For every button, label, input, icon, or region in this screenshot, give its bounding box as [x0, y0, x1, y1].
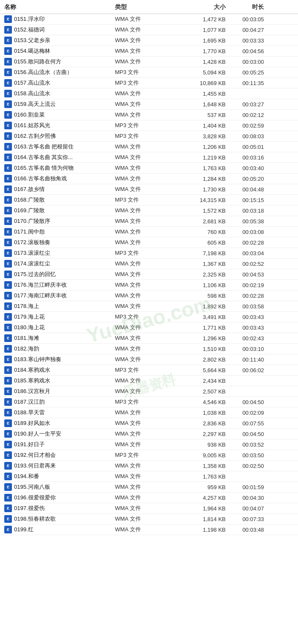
table-row[interactable]: E 0157.高山流水 MP3 文件 10,869 KB 00:11:35 [0, 78, 298, 88]
file-name: 0188.旱天雷 [14, 409, 45, 416]
table-row[interactable]: E 0193.何日君再来 WMA 文件 1,358 KB 00:02:50 [0, 461, 298, 471]
file-name: 0185.寒鸦戏水 [14, 377, 50, 385]
file-type: WMA 文件 [115, 356, 166, 363]
table-row[interactable]: E 0167.故乡情 WMA 文件 1,730 KB 00:04:48 [0, 184, 298, 195]
file-name-cell: E 0158.高山流水 [4, 90, 115, 97]
file-type: WMA 文件 [115, 377, 166, 385]
table-row[interactable]: E 0151.浮水印 WMA 文件 1,472 KB 00:03:05 [0, 14, 298, 25]
table-row[interactable]: E 0189.好风如水 WMA 文件 2,836 KB 00:07:55 [0, 418, 298, 429]
file-size: 1,106 KB [166, 282, 226, 288]
table-row[interactable]: E 0179.海上花 MP3 文件 3,491 KB 00:03:43 [0, 312, 298, 322]
file-name: 0155.敢问路在何方 [14, 58, 61, 66]
table-row[interactable]: E 0168.广陵散 MP3 文件 14,315 KB 00:15:15 [0, 195, 298, 205]
table-row[interactable]: E 0199.红 WMA 文件 1,198 KB 00:03:48 [0, 524, 298, 535]
file-type: WMA 文件 [115, 494, 166, 502]
file-icon: E [4, 90, 12, 97]
file-duration: 00:04:07 [226, 505, 268, 512]
file-duration: 00:15:15 [226, 197, 268, 203]
file-icon: E [4, 217, 12, 225]
file-type: WMA 文件 [115, 302, 166, 310]
table-row[interactable]: E 0172.滚板独奏 WMA 文件 605 KB 00:02:28 [0, 237, 298, 248]
table-row[interactable]: E 0162.古刹夕照佛 MP3 文件 3,828 KB 00:08:03 [0, 131, 298, 142]
table-row[interactable]: E 0196.很爱很爱你 WMA 文件 4,257 KB 00:04:30 [0, 493, 298, 503]
table-row[interactable]: E 0154.噶达梅林 WMA 文件 1,770 KB 00:04:56 [0, 46, 298, 57]
table-row[interactable]: E 0156.高山流水（古曲） MP3 文件 5,094 KB 00:05:25 [0, 67, 298, 78]
file-icon: E [4, 249, 12, 257]
table-row[interactable]: E 0198.恒春耕农歌 WMA 文件 1,814 KB 00:07:33 [0, 514, 298, 524]
file-icon: E [4, 324, 12, 331]
table-row[interactable]: E 0153.父老乡亲 WMA 文件 1,695 KB 00:03:33 [0, 35, 298, 46]
file-icon: E [4, 504, 12, 512]
table-row[interactable]: E 0180.海上花 WMA 文件 1,771 KB 00:03:43 [0, 322, 298, 333]
file-name: 0162.古刹夕照佛 [14, 132, 56, 140]
table-row[interactable]: E 0185.寒鸦戏水 WMA 文件 2,434 KB [0, 376, 298, 386]
file-duration: 00:03:08 [226, 229, 268, 235]
file-name: 0168.广陵散 [14, 196, 45, 204]
file-icon: E [4, 175, 12, 182]
table-row[interactable]: E 0197.很爱伤 WMA 文件 1,964 KB 00:04:07 [0, 503, 298, 514]
table-row[interactable]: E 0152.福德词 WMA 文件 1,077 KB 00:04:27 [0, 25, 298, 35]
table-row[interactable]: E 0191.好日子 WMA 文件 938 KB 00:03:52 [0, 439, 298, 450]
table-row[interactable]: E 0181.海滩 WMA 文件 1,296 KB 00:02:43 [0, 333, 298, 344]
table-row[interactable]: E 0188.旱天雷 WMA 文件 1,038 KB 00:02:09 [0, 407, 298, 418]
file-name-cell: E 0173.滚滚红尘 [4, 249, 115, 257]
file-duration: 00:02:52 [226, 261, 268, 267]
table-row[interactable]: E 0174.滚滚红尘 WMA 文件 1,367 KB 00:02:52 [0, 259, 298, 269]
table-row[interactable]: E 0160.割韭菜 WMA 文件 537 KB 00:02:12 [0, 110, 298, 120]
table-row[interactable]: E 0178.海上 WMA 文件 1,892 KB 00:03:58 [0, 301, 298, 312]
file-name: 0182.海韵 [14, 345, 39, 353]
file-type: MP3 文件 [115, 398, 166, 406]
table-row[interactable]: E 0170.广陵散序 WMA 文件 2,681 KB 00:05:38 [0, 216, 298, 227]
file-size: 2,325 KB [166, 271, 226, 278]
file-size: 1,077 KB [166, 27, 226, 33]
table-row[interactable]: E 0175.过去的回忆 WMA 文件 2,325 KB 00:04:53 [0, 269, 298, 280]
file-size: 5,664 KB [166, 367, 226, 373]
table-row[interactable]: E 0192.何日才相会 MP3 文件 9,005 KB 00:03:50 [0, 450, 298, 461]
table-row[interactable]: E 0163.古筝名曲 把根留住 WMA 文件 1,206 KB 00:05:0… [0, 142, 298, 152]
table-row[interactable]: E 0183.寒山钟声独奏 WMA 文件 2,802 KB 00:11:40 [0, 354, 298, 365]
file-icon: E [4, 47, 12, 55]
table-row[interactable]: E 0161.姑苏风光 MP3 文件 1,404 KB 00:02:59 [0, 120, 298, 131]
table-row[interactable]: E 0187.汉江韵 MP3 文件 4,546 KB 00:04:50 [0, 397, 298, 407]
table-row[interactable]: E 0155.敢问路在何方 WMA 文件 1,428 KB 00:03:00 [0, 57, 298, 67]
file-name-cell: E 0153.父老乡亲 [4, 37, 115, 44]
table-row[interactable]: E 0195.河南八板 WMA 文件 959 KB 00:01:59 [0, 482, 298, 493]
file-size: 1,358 KB [166, 463, 226, 469]
table-row[interactable]: E 0186.汉宫秋月 WMA 文件 2,507 KB [0, 386, 298, 397]
table-row[interactable]: E 0184.寒鸦戏水 MP3 文件 5,664 KB 00:06:02 [0, 365, 298, 376]
file-duration: 00:11:35 [226, 80, 268, 86]
file-name: 0171.闺中怨 [14, 228, 45, 236]
table-row[interactable]: E 0164.古筝名曲 其实你... WMA 文件 1,219 KB 00:03… [0, 152, 298, 163]
file-icon: E [4, 473, 12, 480]
file-name-cell: E 0179.海上花 [4, 313, 115, 321]
file-name-cell: E 0188.旱天雷 [4, 409, 115, 416]
file-size: 605 KB [166, 239, 226, 246]
table-row[interactable]: E 0159.高天上流云 WMA 文件 1,648 KB 00:03:27 [0, 99, 298, 110]
table-row[interactable]: E 0176.海兰江畔庆丰收 WMA 文件 1,106 KB 00:02:19 [0, 280, 298, 291]
file-type: WMA 文件 [115, 111, 166, 119]
table-row[interactable]: E 0194.和番 WMA 文件 1,763 KB [0, 471, 298, 482]
table-row[interactable]: E 0190.好人一生平安 WMA 文件 2,297 KB 00:04:50 [0, 429, 298, 439]
table-row[interactable]: E 0171.闺中怨 WMA 文件 760 KB 00:03:08 [0, 227, 298, 237]
file-size: 9,005 KB [166, 452, 226, 459]
file-icon: E [4, 334, 12, 342]
table-row[interactable]: E 0166.古筝名曲独角戏 WMA 文件 1,284 KB 00:05:20 [0, 174, 298, 184]
table-row[interactable]: E 0158.高山流水 WMA 文件 1,455 KB [0, 88, 298, 99]
file-icon: E [4, 494, 12, 502]
header-duration: 时长 [226, 3, 268, 11]
file-list: E 0151.浮水印 WMA 文件 1,472 KB 00:03:05 E 01… [0, 14, 298, 535]
file-size: 1,648 KB [166, 101, 226, 108]
table-row[interactable]: E 0173.滚滚红尘 MP3 文件 7,198 KB 00:03:04 [0, 248, 298, 259]
file-icon: E [4, 515, 12, 523]
file-name-cell: E 0168.广陵散 [4, 196, 115, 204]
file-type: WMA 文件 [115, 441, 166, 448]
table-row[interactable]: E 0177.海南江畔庆丰收 WMA 文件 598 KB 00:02:28 [0, 291, 298, 301]
table-row[interactable]: E 0165.古筝名曲 情为何物 WMA 文件 1,763 KB 00:03:4… [0, 163, 298, 174]
file-name: 0174.滚滚红尘 [14, 260, 50, 268]
file-duration: 00:03:05 [226, 16, 268, 23]
file-icon: E [4, 526, 12, 533]
table-row[interactable]: E 0169.广陵散 WMA 文件 1,572 KB 00:03:18 [0, 205, 298, 216]
table-row[interactable]: E 0182.海韵 WMA 文件 1,510 KB 00:03:10 [0, 344, 298, 354]
file-duration: 00:03:04 [226, 250, 268, 256]
file-type: WMA 文件 [115, 462, 166, 470]
